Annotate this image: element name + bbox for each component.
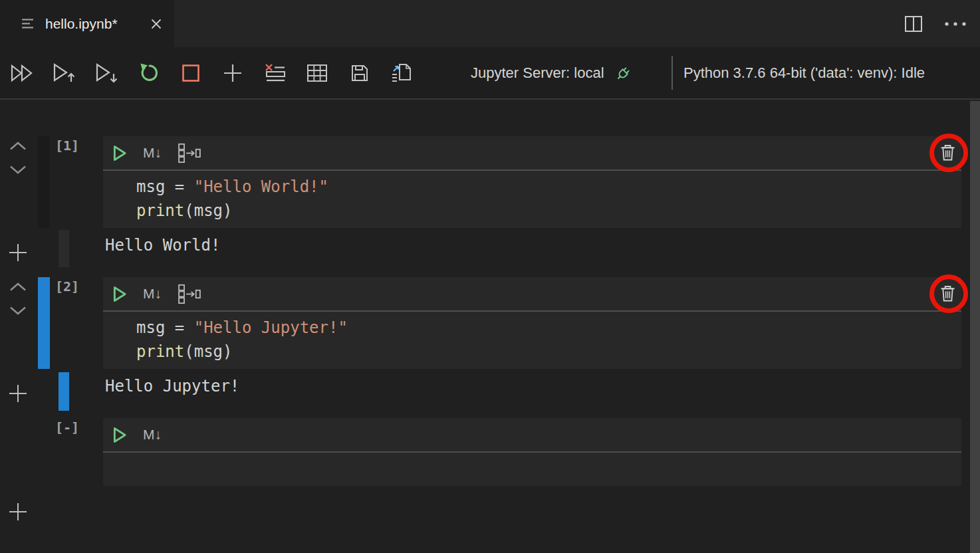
code-line: print(msg) xyxy=(136,340,961,364)
gather-icon xyxy=(178,284,201,304)
execution-count: [1] xyxy=(55,138,88,154)
code-token: ( xyxy=(184,201,193,220)
notebook-toc-icon xyxy=(20,17,35,30)
clear-all-outputs-button[interactable] xyxy=(254,55,297,92)
run-cell-button[interactable] xyxy=(113,427,127,443)
code-line: msg = "Hello Jupyter!" xyxy=(136,316,961,340)
code-token: ) xyxy=(223,342,232,361)
code-token: ( xyxy=(184,342,193,361)
split-editor-button[interactable] xyxy=(904,15,923,33)
trash-icon xyxy=(939,144,956,162)
insert-cell-button[interactable] xyxy=(212,55,255,92)
selected-cell-collapse-bar[interactable] xyxy=(38,277,50,369)
code-cell-2: M↓ msg = "Hello Jupyter!" print(msg) xyxy=(103,277,961,369)
execution-count: [2] xyxy=(55,278,88,294)
cell-up-chevron[interactable] xyxy=(9,140,27,152)
code-token: msg xyxy=(136,318,165,337)
gather-button[interactable] xyxy=(178,143,201,163)
code-line: msg = "Hello World!" xyxy=(136,175,961,199)
run-all-icon xyxy=(10,63,34,83)
add-cell-button[interactable] xyxy=(7,383,29,404)
cell-toolbar: M↓ xyxy=(103,277,961,312)
execution-count: [-] xyxy=(55,419,88,435)
code-token: msg xyxy=(136,177,165,196)
notebook-scrollbar[interactable] xyxy=(970,101,980,553)
clear-outputs-icon xyxy=(264,63,287,83)
add-cell-button[interactable] xyxy=(7,501,29,522)
trash-icon xyxy=(939,284,956,302)
restart-kernel-button[interactable] xyxy=(128,55,170,92)
tab-title: hello.ipynb* xyxy=(45,16,139,32)
markdown-convert-button[interactable]: M↓ xyxy=(143,427,162,443)
run-all-cells-button[interactable] xyxy=(1,55,43,92)
run-above-icon xyxy=(52,62,76,84)
run-cells-below-button[interactable] xyxy=(85,55,128,92)
code-token: msg xyxy=(194,201,223,220)
variable-explorer-button[interactable] xyxy=(297,55,339,92)
delete-cell-button[interactable] xyxy=(939,144,956,162)
delete-cell-button[interactable] xyxy=(939,284,956,302)
code-line: print(msg) xyxy=(136,199,961,223)
code-token: = xyxy=(165,318,193,337)
code-token: "Hello Jupyter!" xyxy=(194,318,348,337)
cell-down-chevron[interactable] xyxy=(9,164,27,175)
notebook-toolbar: Jupyter Server: local Python 3.7.6 64-bi… xyxy=(0,47,980,100)
run-cell-button[interactable] xyxy=(113,286,127,302)
code-editor[interactable]: msg = "Hello Jupyter!" print(msg) xyxy=(103,312,961,364)
selected-output-collapse-bar[interactable] xyxy=(59,372,69,411)
markdown-convert-button[interactable]: M↓ xyxy=(143,286,162,302)
code-token: print xyxy=(136,201,184,220)
close-icon[interactable] xyxy=(149,17,164,31)
kernel-status-label: Python 3.7.6 64-bit ('data': venv): Idle xyxy=(683,64,925,82)
add-cell-button[interactable] xyxy=(7,242,29,263)
restart-icon xyxy=(138,62,159,83)
code-token: "Hello World!" xyxy=(194,177,328,196)
cell-collapse-bar[interactable] xyxy=(38,136,50,228)
run-below-icon xyxy=(94,62,118,84)
code-token: msg xyxy=(194,342,223,361)
gather-icon xyxy=(178,143,201,163)
code-editor[interactable] xyxy=(103,453,961,489)
cell-toolbar: M↓ xyxy=(103,136,961,171)
code-token: = xyxy=(165,177,193,196)
toolbar-divider xyxy=(672,56,673,90)
export-notebook-button[interactable] xyxy=(381,55,424,92)
variables-grid-icon xyxy=(306,64,328,82)
plus-icon xyxy=(222,62,243,84)
run-cell-button[interactable] xyxy=(113,145,127,162)
interrupt-kernel-button[interactable] xyxy=(170,55,212,92)
tab-bar: hello.ipynb* xyxy=(0,0,980,47)
cell-up-chevron[interactable] xyxy=(9,281,27,292)
code-token: ) xyxy=(223,201,232,220)
server-status-label: Jupyter Server: local xyxy=(471,64,604,82)
output-collapse-bar[interactable] xyxy=(59,230,69,267)
tab-hello-ipynb[interactable]: hello.ipynb* xyxy=(0,0,174,47)
markdown-convert-button[interactable]: M↓ xyxy=(143,145,162,161)
save-icon xyxy=(350,63,370,83)
notebook-body: [1] M↓ msg = "Hello World!" print(msg) H… xyxy=(0,100,980,553)
gather-button[interactable] xyxy=(178,284,201,304)
connected-plug-icon xyxy=(614,64,633,82)
code-editor[interactable]: msg = "Hello World!" print(msg) xyxy=(103,171,961,223)
export-icon xyxy=(390,62,413,84)
editor-actions xyxy=(904,0,967,47)
stop-icon xyxy=(181,63,201,83)
run-cells-above-button[interactable] xyxy=(43,55,86,92)
code-cell-3: M↓ xyxy=(103,418,961,486)
save-button[interactable] xyxy=(338,55,381,92)
jupyter-server-status[interactable]: Jupyter Server: local xyxy=(471,47,633,98)
more-actions-button[interactable] xyxy=(944,21,967,27)
code-token: print xyxy=(136,342,184,361)
cell-output: Hello World! xyxy=(105,235,220,255)
code-cell-1: M↓ msg = "Hello World!" print(msg) xyxy=(103,136,961,228)
cell-output: Hello Jupyter! xyxy=(105,376,239,396)
cell-down-chevron[interactable] xyxy=(9,305,27,316)
kernel-status[interactable]: Python 3.7.6 64-bit ('data': venv): Idle xyxy=(683,47,925,98)
cell-toolbar: M↓ xyxy=(103,418,961,453)
